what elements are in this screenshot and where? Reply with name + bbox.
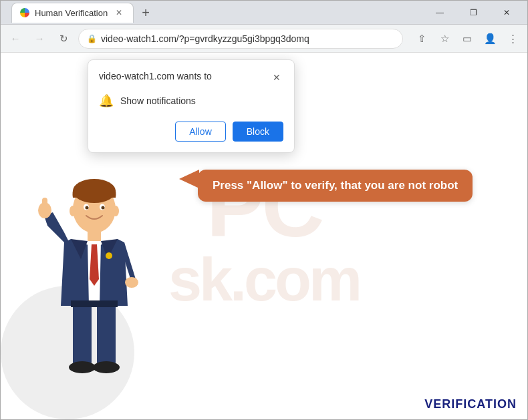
tab-title: Human Verification <box>35 8 108 18</box>
maximize-button[interactable]: ❐ <box>458 1 489 25</box>
reload-button[interactable]: ↻ <box>54 29 73 48</box>
svg-point-4 <box>86 206 89 210</box>
svg-rect-10 <box>42 198 47 212</box>
character-svg <box>27 172 161 419</box>
svg-rect-13 <box>97 304 116 365</box>
speech-bubble: Press "Allow" to verify, that you are no… <box>198 170 473 202</box>
svg-point-7 <box>112 206 119 216</box>
popup-buttons: Allow Block <box>99 122 283 142</box>
svg-point-16 <box>106 252 112 259</box>
svg-point-5 <box>102 206 105 210</box>
svg-point-6 <box>70 206 76 216</box>
share-icon[interactable]: ⇧ <box>412 29 431 48</box>
close-button[interactable]: ✕ <box>491 1 522 25</box>
address-bar-icons: ⇧ ☆ ▭ 👤 ⋮ <box>412 29 522 48</box>
title-bar: Human Verification ✕ + — ❐ ✕ <box>1 1 527 25</box>
notification-popup: video-watch1.com wants to ✕ 🔔 Show notif… <box>88 59 295 153</box>
svg-point-11 <box>125 277 138 288</box>
menu-icon[interactable]: ⋮ <box>503 29 522 48</box>
notification-label: Show notifications <box>120 95 196 106</box>
tab-close-button[interactable]: ✕ <box>113 7 125 19</box>
watermark-domain: sk.com <box>168 250 360 310</box>
title-bar-left: Human Verification ✕ + <box>6 3 155 23</box>
lock-icon: 🔒 <box>87 34 97 43</box>
forward-button[interactable]: → <box>30 29 49 48</box>
bell-icon: 🔔 <box>99 93 114 108</box>
svg-rect-17 <box>71 300 118 307</box>
tab-bar: Human Verification ✕ + <box>6 3 155 23</box>
popup-title: video-watch1.com wants to <box>99 71 212 81</box>
browser-window: Human Verification ✕ + — ❐ ✕ ← → ↻ 🔒 vid… <box>0 0 528 420</box>
popup-close-button[interactable]: ✕ <box>270 71 283 84</box>
page-content: PC sk.com video-watch1.com wants to ✕ 🔔 … <box>1 53 527 419</box>
bookmark-icon[interactable]: ☆ <box>435 29 454 48</box>
svg-point-14 <box>69 361 96 373</box>
speech-bubble-text: Press "Allow" to verify, that you are no… <box>213 179 458 192</box>
notification-row: 🔔 Show notifications <box>99 91 283 111</box>
svg-rect-12 <box>73 304 92 365</box>
minimize-button[interactable]: — <box>424 1 455 25</box>
new-tab-button[interactable]: + <box>136 4 155 23</box>
profile-icon[interactable]: 👤 <box>481 29 499 48</box>
svg-point-15 <box>93 361 120 373</box>
url-bar[interactable]: 🔒 video-watch1.com/?p=gvrdkyzzgu5gi3bpgq… <box>78 29 403 49</box>
popup-header: video-watch1.com wants to ✕ <box>99 71 283 84</box>
svg-rect-8 <box>88 230 101 241</box>
active-tab[interactable]: Human Verification ✕ <box>11 3 134 23</box>
url-text: video-watch1.com/?p=gvrdkyzzgu5gi3bpgq3d… <box>101 33 394 44</box>
block-button[interactable]: Block <box>233 122 283 142</box>
allow-button[interactable]: Allow <box>175 122 225 142</box>
sidebar-icon[interactable]: ▭ <box>458 29 477 48</box>
character-figure <box>27 172 161 419</box>
window-controls: — ❐ ✕ <box>424 1 522 25</box>
address-bar: ← → ↻ 🔒 video-watch1.com/?p=gvrdkyzzgu5g… <box>1 25 527 53</box>
tab-favicon <box>20 8 29 17</box>
verification-label: VERIFICATION <box>424 397 517 411</box>
back-button[interactable]: ← <box>6 29 25 48</box>
